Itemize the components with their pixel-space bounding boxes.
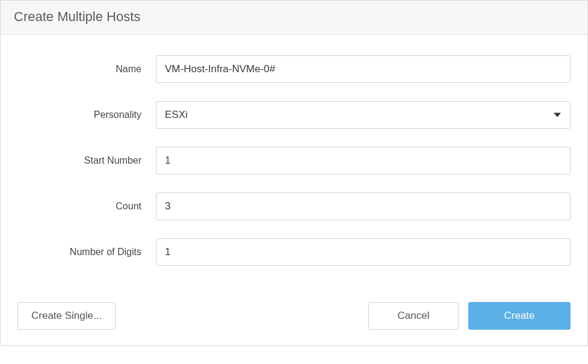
form-row-personality: Personality ESXi	[17, 101, 571, 129]
create-multiple-hosts-dialog: Create Multiple Hosts Name Personality E…	[0, 0, 588, 346]
number-of-digits-input[interactable]	[156, 238, 571, 266]
create-single-button[interactable]: Create Single...	[17, 302, 116, 330]
form-row-name: Name	[17, 55, 571, 83]
start-number-input-wrap	[156, 147, 571, 174]
dialog-footer: Create Single... Cancel Create	[1, 290, 587, 345]
start-number-input[interactable]	[156, 147, 571, 174]
number-of-digits-input-wrap	[156, 238, 571, 266]
form-row-start-number: Start Number	[17, 147, 571, 174]
form-row-number-of-digits: Number of Digits	[17, 238, 571, 266]
count-input-wrap	[156, 193, 571, 220]
count-label: Count	[17, 201, 156, 212]
create-button[interactable]: Create	[468, 302, 571, 330]
dialog-title: Create Multiple Hosts	[14, 9, 574, 25]
start-number-label: Start Number	[17, 155, 156, 166]
count-input[interactable]	[156, 193, 571, 220]
personality-select-container: ESXi	[156, 101, 571, 129]
number-of-digits-label: Number of Digits	[17, 247, 156, 258]
dialog-header: Create Multiple Hosts	[1, 1, 587, 35]
name-input[interactable]	[156, 55, 571, 83]
personality-label: Personality	[17, 110, 156, 120]
name-label: Name	[17, 64, 156, 75]
dialog-body: Name Personality ESXi Start Number Count	[1, 35, 587, 290]
name-input-wrap	[156, 55, 571, 83]
cancel-button[interactable]: Cancel	[368, 302, 459, 330]
personality-select[interactable]: ESXi	[156, 101, 571, 129]
personality-select-wrap: ESXi	[156, 101, 571, 129]
form-row-count: Count	[17, 193, 571, 220]
